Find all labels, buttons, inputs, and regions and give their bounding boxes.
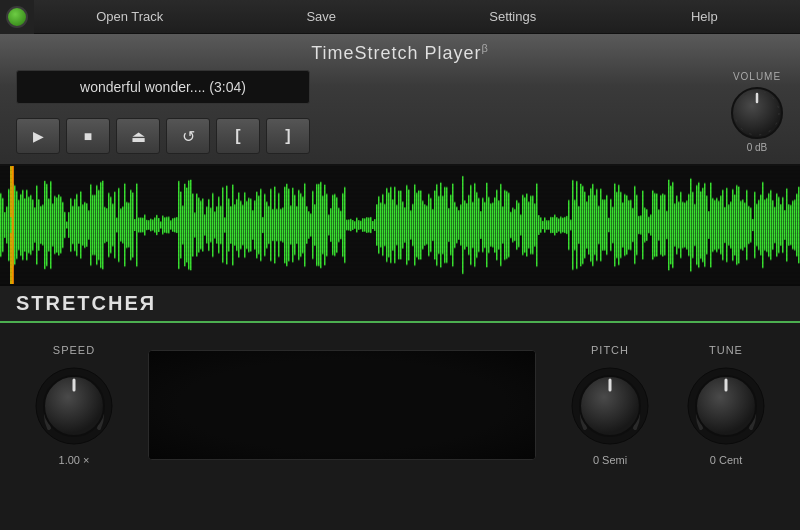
menu-settings[interactable]: Settings [417,0,609,33]
volume-label: VOLUME [733,71,781,82]
volume-value: 0 dB [747,142,768,153]
logo-icon [6,6,28,28]
track-info-volume: wonderful wonder.... (3:04) ▶ ■ ⏏ ↺ [ ] [16,70,714,154]
pitch-section: PITCH 0 Semi [560,344,660,466]
playhead [12,166,14,284]
display-screen [148,350,536,460]
player-section: TimeStretch Playerβ wonderful wonder....… [0,34,800,166]
volume-knob[interactable] [730,86,784,140]
menu-save[interactable]: Save [226,0,418,33]
stretcher-controls: SPEED 1.00 × PITCH [0,323,800,483]
pitch-knob[interactable] [570,366,650,446]
tune-knob[interactable] [686,366,766,446]
volume-area: VOLUME 0 dB [730,71,784,153]
mark-in-button[interactable]: [ [216,118,260,154]
menu-open-track[interactable]: Open Track [34,0,226,33]
stretcher-header: STRETCHEЯ [0,286,800,323]
menu-bar: Open Track Save Settings Help [0,0,800,34]
tune-label: TUNE [709,344,743,356]
loop-button[interactable]: ↺ [166,118,210,154]
pitch-label: PITCH [591,344,629,356]
play-button[interactable]: ▶ [16,118,60,154]
stretcher-title: STRETCHEЯ [16,292,784,315]
app-logo [0,0,34,34]
stop-button[interactable]: ■ [66,118,110,154]
speed-knob[interactable] [34,366,114,446]
menu-help[interactable]: Help [609,0,801,33]
speed-label: SPEED [53,344,95,356]
mark-out-button[interactable]: ] [266,118,310,154]
track-display: wonderful wonder.... (3:04) [16,70,310,104]
speed-section: SPEED 1.00 × [24,344,124,466]
transport-buttons: ▶ ■ ⏏ ↺ [ ] [16,118,310,154]
waveform-section[interactable] [0,166,800,286]
app-title: TimeStretch Playerβ [16,42,784,64]
waveform-display [0,166,800,284]
tune-section: TUNE 0 Cent [676,344,776,466]
pitch-value: 0 Semi [593,454,627,466]
speed-value: 1.00 × [59,454,90,466]
eject-button[interactable]: ⏏ [116,118,160,154]
tune-value: 0 Cent [710,454,742,466]
